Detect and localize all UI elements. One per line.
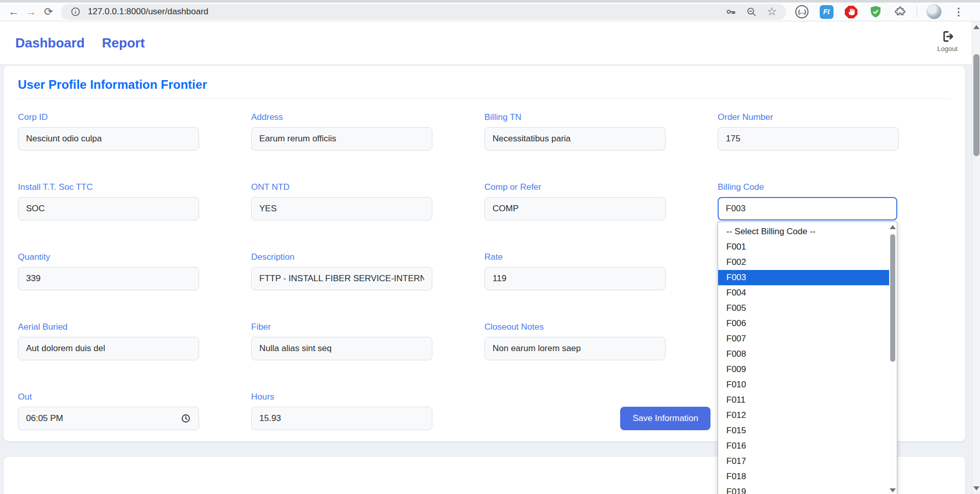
- billing-code-dropdown: -- Select Billing Code --F001F002F003F00…: [718, 221, 897, 494]
- description-label: Description: [251, 252, 432, 262]
- save-information-button[interactable]: Save Information: [620, 407, 710, 430]
- address-label: Address: [251, 112, 432, 122]
- out-time-label: Out: [18, 392, 199, 402]
- dropdown-scroll-down-icon[interactable]: [890, 488, 896, 492]
- hours-label: Hours: [251, 392, 432, 402]
- billing-code-option[interactable]: F010: [718, 377, 889, 392]
- form-row-2: Install T.T. Soc TTC SOC ONT NTD YES Com…: [18, 182, 951, 220]
- adguard-shield-icon[interactable]: [868, 4, 883, 19]
- install-soc-field: Install T.T. Soc TTC SOC: [18, 182, 199, 220]
- order-number-label: Order Number: [718, 112, 899, 122]
- billing-code-option[interactable]: F012: [718, 408, 889, 423]
- ont-ntd-input[interactable]: YES: [251, 197, 432, 220]
- extensions-puzzle-icon[interactable]: [892, 4, 908, 19]
- aerial-buried-field: Aerial Buried Aut dolorem duis del: [18, 322, 199, 360]
- billing-code-option[interactable]: -- Select Billing Code --: [718, 224, 889, 239]
- clock-icon[interactable]: [181, 413, 191, 424]
- hours-input[interactable]: 15.93: [251, 407, 432, 430]
- browser-scrollbar[interactable]: [972, 21, 980, 494]
- nav-link-dashboard[interactable]: Dashboard: [15, 35, 85, 51]
- out-time-input[interactable]: 06:05 PM: [18, 407, 199, 430]
- billing-code-option[interactable]: F011: [718, 392, 889, 408]
- hours-field: Hours 15.93: [251, 392, 432, 430]
- billing-tn-input[interactable]: Necessitatibus paria: [484, 127, 666, 151]
- rate-field: Rate 119: [484, 252, 666, 290]
- fiber-input[interactable]: Nulla alias sint seq: [251, 337, 432, 360]
- corp-id-field: Corp ID Nesciunt odio culpa: [18, 112, 199, 151]
- title-divider: [18, 98, 951, 99]
- form-row-1: Corp ID Nesciunt odio culpa Address Earu…: [18, 112, 951, 151]
- save-button-cell: Save Information: [484, 392, 718, 430]
- closeout-notes-input[interactable]: Non earum lorem saep: [484, 337, 666, 360]
- billing-code-option[interactable]: F017: [718, 454, 889, 469]
- dropdown-scrollbar[interactable]: [890, 223, 896, 494]
- billing-tn-label: Billing TN: [484, 112, 666, 122]
- billing-code-option[interactable]: F003: [718, 270, 889, 285]
- billing-code-option[interactable]: F016: [718, 438, 889, 454]
- quantity-field: Quantity 339: [18, 252, 199, 290]
- closeout-notes-field: Closeout Notes Non earum lorem saep: [484, 322, 666, 360]
- billing-code-option[interactable]: F005: [718, 301, 889, 316]
- forward-button[interactable]: →: [22, 4, 40, 19]
- aerial-buried-input[interactable]: Aut dolorem duis del: [18, 337, 199, 360]
- adblock-hand-icon[interactable]: [843, 4, 859, 19]
- billing-tn-field: Billing TN Necessitatibus paria: [484, 112, 666, 151]
- url-text[interactable]: 127.0.0.1:8000/user/dashboard: [88, 7, 724, 17]
- back-button[interactable]: ←: [5, 4, 22, 19]
- billing-code-option[interactable]: F001: [718, 239, 889, 255]
- billing-code-option-list: -- Select Billing Code --F001F002F003F00…: [718, 224, 889, 494]
- ont-ntd-label: ONT NTD: [251, 182, 432, 192]
- scrollbar-up-icon[interactable]: [973, 25, 979, 29]
- quantity-input[interactable]: 339: [18, 267, 199, 290]
- app-navbar: Dashboard Report Logout: [0, 21, 972, 65]
- comp-refer-input[interactable]: COMP: [484, 197, 666, 220]
- billing-code-option[interactable]: F002: [718, 255, 889, 270]
- description-field: Description FTTP - INSTALL FIBER SERVICE…: [251, 252, 432, 290]
- billing-code-option[interactable]: F004: [718, 285, 889, 301]
- corp-id-input[interactable]: Nesciunt odio culpa: [18, 127, 199, 151]
- billing-code-option[interactable]: F019: [718, 484, 889, 494]
- billing-code-option[interactable]: F018: [718, 469, 889, 484]
- address-bar[interactable]: 127.0.0.1:8000/user/dashboard ☆: [61, 4, 786, 20]
- install-soc-input[interactable]: SOC: [18, 197, 199, 220]
- devtools-extension-icon[interactable]: {…}: [794, 4, 810, 19]
- profile-avatar[interactable]: [926, 4, 942, 19]
- order-number-input[interactable]: 175: [718, 127, 899, 151]
- dropdown-scroll-up-icon[interactable]: [890, 225, 896, 229]
- billing-code-option[interactable]: F015: [718, 423, 889, 438]
- fonts-extension-icon[interactable]: FI: [819, 4, 834, 19]
- logout-button[interactable]: Logout: [937, 30, 958, 53]
- browser-toolbar: ← → ⟳ 127.0.0.1:8000/user/dashboard ☆ {……: [0, 0, 980, 21]
- bookmark-star-icon[interactable]: ☆: [765, 5, 779, 19]
- dropdown-scroll-thumb[interactable]: [890, 234, 895, 362]
- out-time-field: Out 06:05 PM: [18, 392, 199, 430]
- comp-refer-label: Comp or Refer: [484, 182, 666, 192]
- page-title: User Profile Information Frontier: [18, 78, 951, 92]
- billing-code-option[interactable]: F008: [718, 347, 889, 362]
- order-number-field: Order Number 175: [718, 112, 899, 151]
- billing-code-option[interactable]: F006: [718, 316, 889, 331]
- reload-button[interactable]: ⟳: [40, 4, 57, 19]
- corp-id-label: Corp ID: [18, 112, 199, 122]
- comp-refer-field: Comp or Refer COMP: [484, 182, 666, 220]
- scrollbar-down-icon[interactable]: [973, 486, 979, 490]
- rate-label: Rate: [484, 252, 666, 262]
- browser-menu-icon[interactable]: ⋮: [951, 4, 966, 19]
- toolbar-divider: [917, 6, 917, 17]
- rate-input[interactable]: 119: [484, 267, 666, 290]
- billing-code-option[interactable]: F007: [718, 331, 889, 347]
- billing-code-input[interactable]: F003: [718, 197, 897, 220]
- password-key-icon[interactable]: [724, 5, 738, 19]
- nav-link-report[interactable]: Report: [102, 35, 145, 51]
- zoom-out-icon[interactable]: [744, 5, 758, 19]
- address-input[interactable]: Earum rerum officiis: [251, 127, 432, 151]
- description-input[interactable]: FTTP - INSTALL FIBER SERVICE-INTERNET &: [251, 267, 432, 290]
- billing-code-label: Billing Code: [718, 182, 899, 192]
- billing-code-option[interactable]: F009: [718, 362, 889, 377]
- site-info-icon[interactable]: [68, 5, 83, 19]
- scrollbar-thumb[interactable]: [973, 54, 979, 156]
- billing-code-field: Billing Code F003 -- Select Billing Code…: [718, 182, 899, 220]
- install-soc-label: Install T.T. Soc TTC: [18, 182, 199, 192]
- logout-icon: [941, 30, 954, 43]
- address-field: Address Earum rerum officiis: [251, 112, 432, 151]
